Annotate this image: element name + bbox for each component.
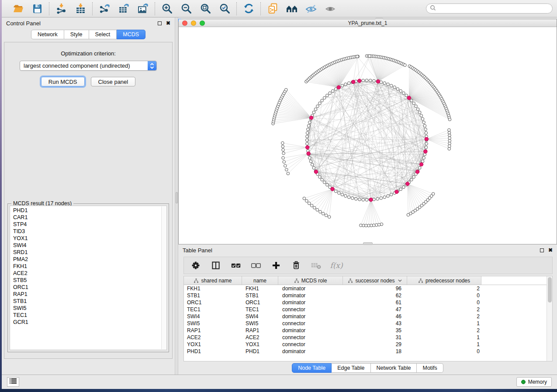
mcds-result-item[interactable]: SWI4 [13, 242, 160, 249]
float-panel-icon[interactable] [158, 21, 162, 25]
close-table-panel-icon[interactable]: ✖ [548, 248, 553, 253]
new-column-button[interactable] [270, 260, 282, 271]
tab-style[interactable]: Style [64, 30, 89, 39]
deselect-all-rows-button[interactable] [250, 260, 262, 271]
table-row[interactable]: FKH1 FKH1 dominator 96 2 [184, 285, 552, 292]
float-table-panel-icon[interactable] [540, 248, 544, 252]
cell-shared-name: ORC1 [184, 299, 242, 306]
column-header-shared-name[interactable]: shared name [184, 276, 242, 285]
mcds-result-item[interactable]: STP4 [13, 221, 160, 228]
close-panel-button[interactable]: Close panel [91, 77, 136, 86]
mcds-result-item[interactable]: FKH1 [13, 263, 160, 270]
first-neighbors-button[interactable] [285, 2, 298, 15]
mcds-result-item[interactable]: TID3 [13, 228, 160, 235]
task-history-button[interactable] [7, 377, 19, 387]
table-row[interactable]: RAP1 RAP1 dominator 35 2 [184, 327, 552, 334]
zoom-in-icon [161, 3, 173, 14]
delete-table-button[interactable] [311, 260, 322, 271]
table-panel-titlebar: Table Panel ✖ [178, 244, 557, 256]
memory-button[interactable]: Memory [516, 377, 552, 387]
mcds-result-item[interactable]: ORC1 [13, 284, 160, 291]
network-canvas[interactable] [179, 27, 557, 244]
tab-edge-table[interactable]: Edge Table [332, 363, 370, 373]
tab-node-table[interactable]: Node Table [292, 363, 332, 373]
cell-shared-name: PHD1 [184, 348, 242, 354]
table-row[interactable]: PHD1 PHD1 dominator 18 0 [184, 348, 552, 355]
mcds-list-scrollbar[interactable] [161, 206, 166, 349]
table-scrollbar[interactable] [547, 276, 552, 361]
delete-column-button[interactable] [291, 260, 302, 271]
table-row[interactable]: ACE2 ACE2 connector 31 1 [184, 334, 552, 341]
search-input[interactable] [438, 6, 549, 12]
mcds-result-item[interactable]: SRD1 [13, 249, 160, 256]
table-row[interactable]: SWI4 SWI4 dominator 46 2 [184, 313, 552, 320]
select-all-rows-button[interactable] [230, 260, 242, 271]
network-graph-svg[interactable] [179, 27, 557, 244]
desktop-wallpaper-bottom [0, 389, 557, 392]
show-all-button[interactable] [324, 2, 337, 15]
table-row[interactable]: SWI5 SWI5 connector 43 1 [184, 320, 552, 327]
mcds-result-item[interactable]: STB5 [13, 277, 160, 284]
cell-successor-nodes: 18 [343, 348, 407, 354]
close-panel-icon[interactable]: ✖ [166, 21, 170, 26]
table-scrollbar-thumb[interactable] [548, 277, 552, 303]
export-image-button[interactable] [136, 2, 149, 15]
cell-successor-nodes: 31 [343, 334, 407, 340]
open-session-button[interactable] [11, 2, 24, 15]
export-network-button[interactable] [98, 2, 111, 15]
list-icon [10, 378, 17, 386]
tab-network-table[interactable]: Network Table [371, 363, 417, 373]
tab-network[interactable]: Network [31, 30, 64, 39]
unchecked-boxes-icon [251, 261, 261, 270]
run-mcds-button[interactable]: Run MCDS [41, 77, 85, 86]
column-header-name[interactable]: name [242, 276, 278, 285]
column-header-successor-nodes[interactable]: successor nodes [343, 276, 407, 285]
mcds-result-item[interactable]: GCR1 [13, 319, 160, 326]
table-body[interactable]: FKH1 FKH1 dominator 96 2 STB1 STB1 domin… [184, 285, 552, 361]
mcds-result-item[interactable]: CAR1 [13, 214, 160, 221]
tab-mcds[interactable]: MCDS [117, 30, 145, 39]
zoom-in-button[interactable] [160, 2, 173, 15]
column-header-predecessor-nodes[interactable]: predecessor nodes [407, 276, 481, 285]
zoom-out-button[interactable] [180, 2, 193, 15]
mcds-result-item[interactable]: SWI5 [13, 305, 160, 312]
hide-selected-button[interactable] [304, 2, 318, 15]
table-options-button[interactable] [190, 260, 201, 271]
cell-predecessor-nodes: 1 [407, 341, 481, 347]
table-row[interactable]: TEC1 TEC1 connector 47 2 [184, 306, 552, 313]
mcds-result-item[interactable]: ACE2 [13, 270, 160, 277]
criterion-dropdown[interactable]: largest connected component (undirected) [20, 61, 157, 71]
new-network-from-selection-button[interactable] [266, 2, 279, 15]
mcds-result-item[interactable]: STB1 [13, 298, 160, 305]
vertical-splitter-handle[interactable] [176, 192, 178, 203]
mcds-result-item[interactable]: RAP1 [13, 291, 160, 298]
criterion-dropdown-value: largest connected component (undirected) [20, 62, 148, 69]
column-header-mcds-role[interactable]: MCDS role [278, 276, 343, 285]
import-network-button[interactable] [55, 2, 68, 15]
mcds-result-item[interactable]: TEC1 [13, 312, 160, 319]
mcds-result-item[interactable]: PHD1 [13, 207, 160, 214]
import-table-button[interactable] [74, 2, 87, 15]
mcds-result-list[interactable]: PHD1CAR1STP4TID3YOX1SWI4SRD1PMA2FKH1ACE2… [10, 206, 167, 350]
refresh-layout-button[interactable] [242, 2, 255, 15]
checked-boxes-icon [231, 261, 241, 270]
table-row[interactable]: YOX1 YOX1 connector 29 1 [184, 341, 552, 348]
export-table-button[interactable] [117, 2, 130, 15]
table-row[interactable]: ORC1 ORC1 dominator 61 0 [184, 299, 552, 306]
mcds-result-item[interactable]: YOX1 [13, 235, 160, 242]
tab-motifs[interactable]: Motifs [417, 363, 443, 373]
vertical-splitter[interactable] [175, 17, 178, 375]
tab-select[interactable]: Select [89, 30, 117, 39]
mcds-result-item[interactable]: PMA2 [13, 256, 160, 263]
search-box[interactable] [426, 3, 553, 14]
cell-name: SWI4 [242, 313, 278, 320]
zoom-selected-button[interactable] [218, 2, 231, 15]
selection-group [261, 2, 342, 15]
table-row[interactable]: STB1 STB1 dominator 62 0 [184, 292, 552, 299]
save-session-button[interactable] [31, 2, 44, 15]
zoom-fit-button[interactable] [199, 2, 212, 15]
cell-shared-name: FKH1 [184, 285, 242, 292]
show-columns-button[interactable] [210, 260, 221, 271]
function-builder-button[interactable]: f(x) [331, 260, 342, 271]
network-window-titlebar[interactable]: YPA_prune.txt_1 [179, 19, 557, 27]
